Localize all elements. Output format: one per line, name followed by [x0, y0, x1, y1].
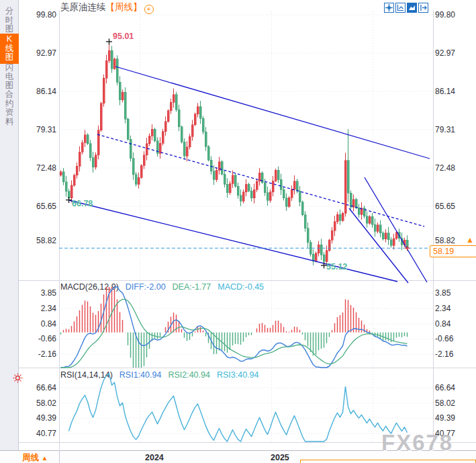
- main-chart-canvas[interactable]: [0, 0, 476, 463]
- last-price-box: 58.19: [430, 245, 476, 257]
- high-price-label: 95.01: [113, 32, 134, 41]
- low-price-label: 55.12: [326, 262, 347, 271]
- chart-window: 分时图 K线图 闪电图 合约资料 美原油连续【周线】+ 99.80: [0, 0, 476, 463]
- price-up-arrow-icon: ▲: [466, 235, 474, 245]
- watermark: FX678: [381, 430, 453, 456]
- sun-icon[interactable]: [13, 373, 23, 383]
- left-low-price-label: 66.78: [72, 199, 93, 208]
